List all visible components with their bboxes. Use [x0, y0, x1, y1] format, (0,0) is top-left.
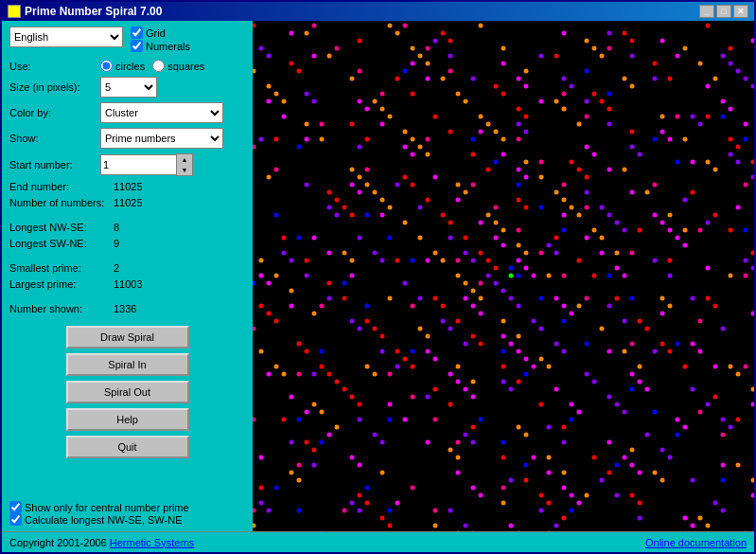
start-spinbox: ▲ ▼	[100, 153, 193, 176]
left-panel: English Deutsch Français Grid Numerals	[2, 21, 253, 531]
longest-swne-value: 9	[114, 238, 119, 249]
check2-label: Calculate longest NW-SE, SW-NE	[25, 514, 182, 526]
color-by-row: Color by: Cluster Mod 3 Mod 4	[9, 102, 245, 123]
language-select[interactable]: English Deutsch Français	[9, 27, 123, 47]
show-select[interactable]: Prime numbers All numbers Composites	[100, 128, 223, 149]
calc-longest-checkbox[interactable]	[9, 513, 22, 526]
spin-up-btn[interactable]: ▲	[177, 154, 192, 165]
numerals-checkbox[interactable]	[131, 40, 143, 52]
quit-btn[interactable]: Quit	[66, 436, 189, 458]
size-select[interactable]: 1234 567810	[100, 77, 157, 98]
end-value: 11025	[114, 181, 143, 192]
largest-prime-value: 11003	[114, 278, 143, 290]
squares-radio-row: squares	[152, 60, 204, 72]
num-numbers-value: 11025	[114, 197, 143, 208]
radio-group: circles squares	[100, 60, 204, 72]
check1-row: Show only for central number prime	[9, 501, 245, 513]
largest-prime-row: Largest prime: 11003	[9, 278, 245, 290]
circles-label: circles	[115, 61, 145, 72]
squares-radio[interactable]	[152, 60, 165, 72]
number-shown-row: Number shown: 1336	[9, 303, 245, 314]
grid-checkbox-row: Grid	[131, 27, 190, 39]
help-btn[interactable]: Help	[66, 408, 189, 431]
close-btn[interactable]: ✕	[733, 5, 748, 18]
show-label: Show:	[9, 133, 95, 144]
end-label: End number:	[9, 181, 114, 192]
check1-label: Show only for central number prime	[25, 502, 189, 513]
show-central-checkbox[interactable]	[9, 501, 22, 513]
title-bar-left: Prime Number Spiral 7.00	[8, 5, 162, 18]
spiral-canvas	[253, 21, 754, 531]
circles-radio-row: circles	[100, 60, 145, 72]
size-row: Size (in pixels): 1234 567810	[9, 77, 245, 98]
copyright-label: Copyright 2001-2006	[9, 537, 107, 548]
top-controls: English Deutsch Français Grid Numerals	[9, 27, 245, 52]
largest-prime-label: Largest prime:	[9, 278, 114, 290]
app-icon	[8, 5, 21, 18]
title-controls: _ □ ✕	[699, 5, 748, 18]
company-link[interactable]: Hermetic Systems	[110, 537, 194, 548]
start-input[interactable]	[100, 154, 176, 175]
longest-swne-row: Longest SW-NE: 9	[9, 238, 245, 249]
checkbox-group: Grid Numerals	[131, 27, 190, 52]
spiral-in-btn[interactable]: Spiral In	[66, 353, 189, 376]
show-row: Show: Prime numbers All numbers Composit…	[9, 128, 245, 149]
longest-swne-label: Longest SW-NE:	[9, 238, 114, 249]
longest-nwse-label: Longest NW-SE:	[9, 222, 114, 233]
grid-checkbox[interactable]	[131, 27, 143, 39]
spiral-out-btn[interactable]: Spiral Out	[66, 381, 189, 403]
main-window: Prime Number Spiral 7.00 _ □ ✕ English D…	[0, 0, 756, 554]
smallest-prime-label: Smallest prime:	[9, 262, 114, 274]
start-row: Start number: ▲ ▼	[9, 153, 245, 176]
spinbox-buttons: ▲ ▼	[176, 153, 193, 176]
color-by-label: Color by:	[9, 107, 95, 118]
number-shown-value: 1336	[114, 303, 136, 314]
size-label: Size (in pixels):	[9, 81, 95, 93]
check2-row: Calculate longest NW-SE, SW-NE	[9, 513, 245, 526]
longest-nwse-value: 8	[114, 222, 119, 233]
squares-label: squares	[167, 61, 204, 72]
spiral-canvas-panel	[253, 21, 754, 531]
num-numbers-row: Number of numbers: 11025	[9, 197, 245, 208]
content-area: English Deutsch Français Grid Numerals	[2, 21, 754, 531]
maximize-btn[interactable]: □	[716, 5, 731, 18]
use-label: Use:	[9, 61, 95, 72]
end-row: End number: 11025	[9, 181, 245, 192]
number-shown-label: Number shown:	[9, 303, 114, 314]
draw-spiral-btn[interactable]: Draw Spiral	[66, 326, 189, 348]
status-bar: Copyright 2001-2006 Hermetic Systems Onl…	[2, 531, 754, 552]
doc-link[interactable]: Online documentation	[645, 537, 747, 548]
smallest-prime-value: 2	[114, 262, 119, 274]
window-title: Prime Number Spiral 7.00	[25, 5, 162, 18]
numerals-label: Numerals	[146, 41, 190, 52]
longest-nwse-row: Longest NW-SE: 8	[9, 222, 245, 233]
smallest-prime-row: Smallest prime: 2	[9, 262, 245, 274]
numerals-checkbox-row: Numerals	[131, 40, 190, 52]
num-numbers-label: Number of numbers:	[9, 197, 114, 208]
copyright-text: Copyright 2001-2006 Hermetic Systems	[9, 537, 194, 548]
title-bar: Prime Number Spiral 7.00 _ □ ✕	[2, 2, 754, 21]
spin-down-btn[interactable]: ▼	[177, 165, 192, 175]
circles-radio[interactable]	[100, 60, 113, 72]
color-by-select[interactable]: Cluster Mod 3 Mod 4	[100, 102, 223, 123]
grid-label: Grid	[146, 27, 166, 39]
button-section: Draw Spiral Spiral In Spiral Out Help Qu…	[9, 326, 245, 458]
minimize-btn[interactable]: _	[699, 5, 714, 18]
start-label: Start number:	[9, 159, 95, 170]
use-row: Use: circles squares	[9, 60, 245, 72]
bottom-checkboxes: Show only for central number prime Calcu…	[9, 497, 245, 526]
